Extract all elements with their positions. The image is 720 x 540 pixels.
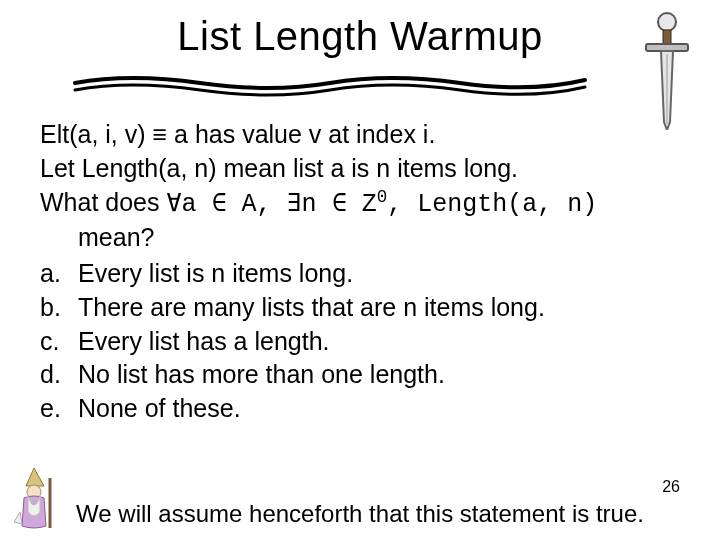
sword-icon: [632, 10, 702, 130]
option-text: Every list is n items long.: [78, 257, 353, 291]
svg-rect-1: [663, 30, 671, 44]
option-label: a.: [40, 257, 78, 291]
option-a: a. Every list is n items long.: [40, 257, 680, 291]
question-prefix: What does: [40, 188, 166, 216]
question-code-2: , Length(a, n): [387, 190, 597, 219]
option-e: e. None of these.: [40, 392, 680, 426]
option-label: e.: [40, 392, 78, 426]
def-elt-symbol: ≡: [153, 120, 168, 148]
options-list: a. Every list is n items long. b. There …: [40, 257, 680, 426]
def-elt-suffix: a has value v at index i.: [167, 120, 435, 148]
definition-elt: Elt(a, i, v) ≡ a has value v at index i.: [40, 118, 680, 152]
slide: List Length Warmup Elt(a, i, v) ≡ a has …: [0, 0, 720, 540]
footer-note: We will assume henceforth that this stat…: [0, 500, 720, 528]
wizard-icon: [6, 464, 66, 534]
question-code-1: ∀a ∈ A, ∃n ∈ Z: [166, 190, 376, 219]
svg-rect-2: [646, 44, 688, 51]
question-code-sup: 0: [377, 186, 388, 206]
option-d: d. No list has more than one length.: [40, 358, 680, 392]
def-elt-prefix: Elt(a, i, v): [40, 120, 153, 148]
page-number: 26: [662, 478, 680, 496]
question-mean: mean?: [78, 221, 680, 255]
content-body: Elt(a, i, v) ≡ a has value v at index i.…: [40, 118, 680, 426]
option-text: There are many lists that are n items lo…: [78, 291, 545, 325]
option-b: b. There are many lists that are n items…: [40, 291, 680, 325]
svg-point-0: [658, 13, 676, 31]
option-text: No list has more than one length.: [78, 358, 445, 392]
option-label: d.: [40, 358, 78, 392]
slide-title: List Length Warmup: [0, 14, 720, 59]
question-line: What does ∀a ∈ A, ∃n ∈ Z0, Length(a, n): [40, 186, 680, 222]
option-text: Every list has a length.: [78, 325, 330, 359]
option-text: None of these.: [78, 392, 241, 426]
title-area: List Length Warmup: [0, 0, 720, 59]
option-label: c.: [40, 325, 78, 359]
option-label: b.: [40, 291, 78, 325]
title-underline-decoration: [70, 68, 590, 98]
option-c: c. Every list has a length.: [40, 325, 680, 359]
definition-length: Let Length(a, n) mean list a is n items …: [40, 152, 680, 186]
